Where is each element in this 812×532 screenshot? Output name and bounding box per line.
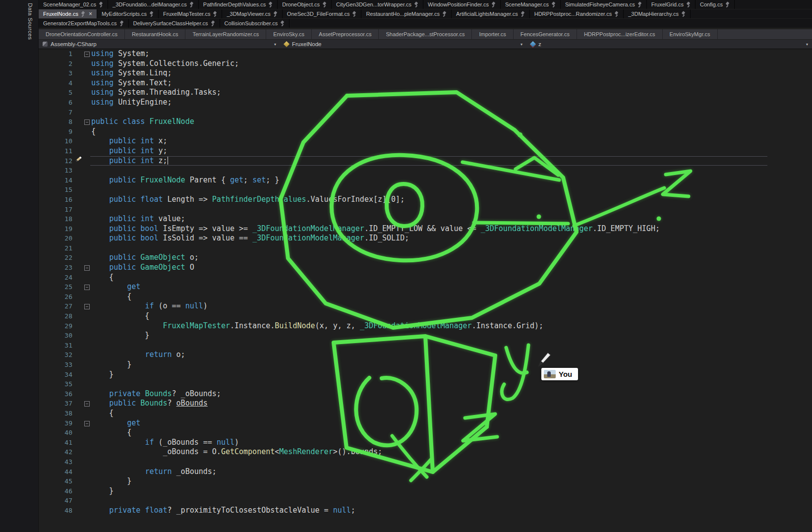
code-line-34[interactable]: 34 }: [39, 370, 812, 380]
open-file-tab-restauranthook-cs[interactable]: RestaurantHook.cs: [125, 29, 186, 39]
code-line-45[interactable]: 45 }: [39, 476, 812, 486]
code-line-11[interactable]: 11 public int y;: [39, 146, 812, 156]
pin-icon[interactable]: [189, 1, 194, 7]
code-line-12[interactable]: 12 public int z;: [39, 156, 812, 166]
code-line-26[interactable]: 26 {: [39, 292, 812, 302]
file-tab-fruxelnode-cs[interactable]: FruxelNode.cs×: [39, 9, 97, 18]
pin-icon[interactable]: [551, 1, 556, 7]
breadcrumb-type-dropdown[interactable]: FruxelNode ▾: [280, 40, 526, 49]
code-line-40[interactable]: 40 {: [39, 428, 812, 438]
file-tab-fruxelgrid-cs[interactable]: FruxelGrid.cs: [647, 0, 696, 9]
pin-icon[interactable]: [99, 1, 103, 7]
code-line-43[interactable]: 43: [39, 457, 812, 467]
pin-icon[interactable]: [521, 11, 525, 17]
fold-marker-icon[interactable]: [83, 399, 91, 409]
chevron-down-icon[interactable]: ▾: [521, 42, 522, 47]
code-line-46[interactable]: 46 }: [39, 486, 812, 496]
fold-marker-icon[interactable]: [83, 301, 91, 311]
code-line-35[interactable]: 35: [39, 379, 812, 389]
file-tab-scenemanager-02-cs[interactable]: SceneManager_02.cs: [39, 0, 108, 9]
open-file-tab-fencesgenerator-cs[interactable]: FencesGenerator.cs: [514, 29, 577, 39]
file-tab-simulatedfisheyecamera-cs[interactable]: SimulatedFisheyeCamera.cs: [561, 0, 647, 9]
open-file-tab-shaderpackage-stprocessor-cs[interactable]: ShaderPackage...stProcessor.cs: [379, 29, 472, 39]
file-tab-droneobject-cs[interactable]: DroneObject.cs: [278, 0, 332, 9]
pin-icon[interactable]: [119, 20, 124, 26]
fold-marker-icon[interactable]: [83, 117, 91, 127]
code-line-44[interactable]: 44 return _oBounds;: [39, 467, 812, 477]
code-line-18[interactable]: 18 public int value;: [39, 214, 812, 224]
breadcrumb-member-dropdown[interactable]: z ▾: [526, 40, 812, 49]
fold-marker-icon[interactable]: [83, 418, 91, 428]
file-tab-deliverysurfaceclasshelper-cs[interactable]: DeliverySurfaceClassHelper.cs: [129, 19, 220, 28]
code-line-21[interactable]: 21: [39, 243, 812, 253]
pin-icon[interactable]: [442, 11, 447, 17]
code-line-4[interactable]: 4using System.Text;: [39, 78, 812, 88]
file-tab-3dmapviewer-cs[interactable]: _3DMapViewer.cs: [222, 9, 282, 18]
pin-icon[interactable]: [149, 11, 154, 17]
pin-icon[interactable]: [280, 20, 285, 26]
code-line-36[interactable]: 36 private Bounds? _oBounds;: [39, 389, 812, 399]
fold-marker-icon[interactable]: [83, 282, 91, 292]
code-line-17[interactable]: 17: [39, 205, 812, 215]
code-line-47[interactable]: 47: [39, 496, 812, 506]
code-line-37[interactable]: 37 public Bounds? oBounds: [39, 399, 812, 409]
code-line-25[interactable]: 25 get: [39, 282, 812, 292]
code-line-29[interactable]: 29 FruxelMapTester.Instance.BuildNode(x,…: [39, 321, 812, 331]
chevron-down-icon[interactable]: ▾: [806, 42, 808, 47]
breadcrumb-project-dropdown[interactable]: Assembly-CSharp ▾: [39, 40, 280, 49]
chevron-down-icon[interactable]: ▾: [274, 42, 276, 47]
file-tab-windowpositionfinder-cs[interactable]: WindowPositionFinder.cs: [423, 0, 501, 9]
code-line-7[interactable]: 7: [39, 108, 812, 118]
pin-icon[interactable]: [725, 1, 730, 7]
code-line-20[interactable]: 20 public bool IsSolid => value == _3DFo…: [39, 234, 812, 243]
pin-icon[interactable]: [614, 11, 619, 17]
file-tab-citygen3dgen-torwrapper-cs[interactable]: CityGen3DGen...torWrapper.cs: [332, 0, 423, 9]
pin-icon[interactable]: [213, 11, 217, 17]
code-line-15[interactable]: 15: [39, 185, 812, 195]
code-line-23[interactable]: 23 public GameObject O: [39, 263, 812, 273]
file-tab-3dfoundatio-delmanager-cs[interactable]: _3DFoundatio...delManager.cs: [108, 0, 199, 9]
file-tab-myeditorscripts-cs[interactable]: MyEditorScripts.cs: [97, 9, 159, 18]
open-file-tab-terrainlayerrandomizer-cs[interactable]: TerrainLayerRandomizer.cs: [185, 29, 266, 39]
file-tab-collisionsubscriber-cs[interactable]: CollisionSubscriber.cs: [220, 19, 290, 28]
code-line-3[interactable]: 3using System.Linq;: [39, 68, 812, 78]
pin-icon[interactable]: [414, 1, 418, 7]
code-line-28[interactable]: 28 {: [39, 311, 812, 321]
code-line-30[interactable]: 30 }: [39, 331, 812, 341]
code-line-8[interactable]: 8public class FruxelNode: [39, 117, 812, 127]
data-sources-tab[interactable]: Data Sources: [27, 3, 33, 40]
code-line-2[interactable]: 2using System.Collections.Generic;: [39, 59, 812, 69]
pin-icon[interactable]: [638, 1, 642, 7]
file-tab-config-cs[interactable]: Config.cs: [696, 0, 735, 9]
code-line-5[interactable]: 5using System.Threading.Tasks;: [39, 88, 812, 98]
pin-icon[interactable]: [491, 1, 496, 7]
open-file-tab-importer-cs[interactable]: Importer.cs: [472, 29, 513, 39]
code-line-31[interactable]: 31: [39, 341, 812, 351]
code-line-10[interactable]: 10 public int x;: [39, 136, 812, 146]
pin-icon[interactable]: [686, 1, 691, 7]
file-tab-generator2exportmaptools-cs[interactable]: Generator2ExportMapTools.cs: [39, 19, 129, 28]
code-line-38[interactable]: 38 {: [39, 409, 812, 418]
pin-icon[interactable]: [268, 1, 273, 7]
open-file-tab-assetpreprocessor-cs[interactable]: AssetPreprocessor.cs: [312, 29, 379, 39]
code-editor[interactable]: 1using System;2using System.Collections.…: [39, 49, 812, 532]
file-tab-hdrppostproc-randomizer-cs[interactable]: HDRPPostproc...Randomizer.cs: [530, 9, 624, 18]
file-tab-onesec3d-fileformat-cs[interactable]: OneSec3D_FileFormat.cs: [283, 9, 362, 18]
code-line-48[interactable]: 48 private float? _proximityToClosestObs…: [39, 506, 812, 516]
code-line-9[interactable]: 9{: [39, 127, 812, 137]
pin-icon[interactable]: [681, 11, 686, 17]
code-line-22[interactable]: 22 public GameObject o;: [39, 253, 812, 263]
open-file-tab-droneorientationcontroller-cs[interactable]: DroneOrientationController.cs: [39, 29, 125, 39]
file-tab-fruxelmaptester-cs[interactable]: FruxelMapTester.cs: [159, 9, 222, 18]
fold-marker-icon[interactable]: [83, 49, 91, 59]
code-line-14[interactable]: 14 public FruxelNode Parent { get; set; …: [39, 176, 812, 185]
pin-icon[interactable]: [322, 1, 327, 7]
file-tab-restaurantho-plemanager-cs[interactable]: RestaurantHo...pleManager.cs: [361, 9, 452, 18]
open-file-tab-envirosky-cs[interactable]: EnviroSky.cs: [266, 29, 312, 39]
code-line-41[interactable]: 41 if (_oBounds == null): [39, 438, 812, 448]
code-line-42[interactable]: 42 _oBounds = O.GetComponent<MeshRendere…: [39, 447, 812, 457]
code-line-33[interactable]: 33 }: [39, 360, 812, 370]
code-line-16[interactable]: 16 public float Length => PathfinderDept…: [39, 195, 812, 205]
code-line-24[interactable]: 24 {: [39, 273, 812, 283]
code-line-19[interactable]: 19 public bool IsEmpty => value >= _3DFo…: [39, 224, 812, 234]
